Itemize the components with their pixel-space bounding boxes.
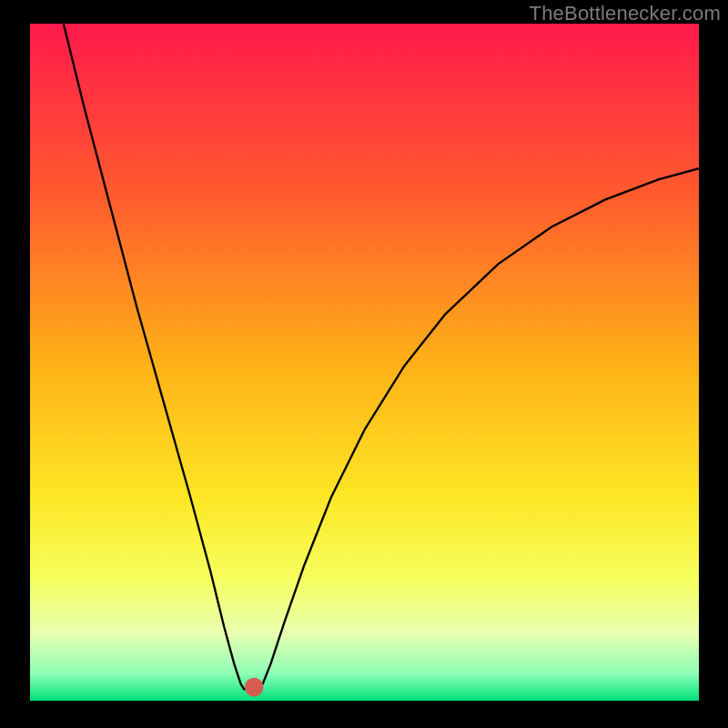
bottleneck-chart <box>0 0 728 728</box>
watermark-text: TheBottlenecker.com <box>530 2 721 25</box>
minimum-marker <box>245 678 264 697</box>
chart-frame: TheBottlenecker.com <box>0 0 728 728</box>
plot-background <box>30 24 699 701</box>
